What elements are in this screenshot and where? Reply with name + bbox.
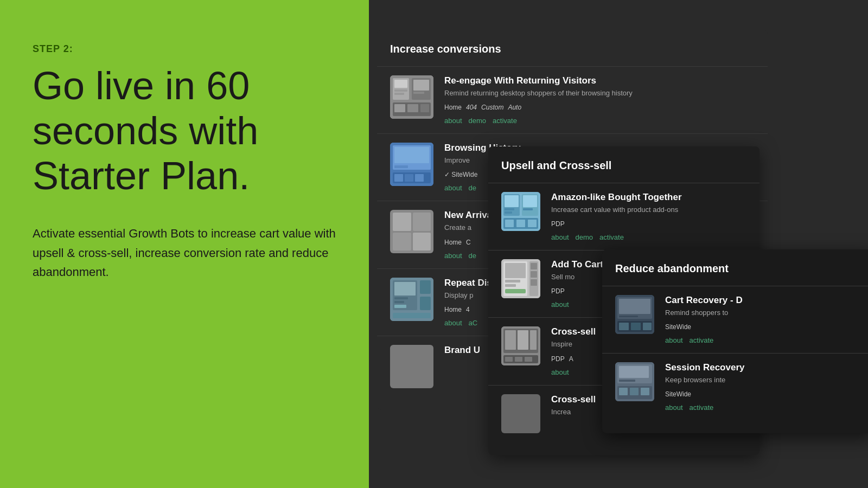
tag-pdp-amazon: PDP bbox=[551, 220, 565, 228]
link-activate-reengage[interactable]: activate bbox=[493, 117, 517, 125]
svg-rect-74 bbox=[630, 388, 639, 395]
bot-links-amazon: about demo activate bbox=[551, 233, 746, 241]
abandon-title: Reduce abandonment bbox=[602, 262, 868, 286]
svg-rect-59 bbox=[525, 357, 532, 362]
bot-item-cartrecovery: Cart Recovery - D Remind shoppers to Sit… bbox=[602, 286, 868, 353]
svg-rect-65 bbox=[619, 323, 629, 330]
bot-thumb-cartrecovery bbox=[615, 295, 654, 334]
tag-404: 404 bbox=[466, 104, 477, 111]
link-about-amazon[interactable]: about bbox=[551, 233, 569, 241]
link-about-cartrecovery[interactable]: about bbox=[665, 336, 683, 344]
bot-links-cartrecovery: about activate bbox=[665, 336, 860, 344]
bot-tags-sessionrecovery: SiteWide bbox=[665, 390, 860, 398]
link-about-repeat[interactable]: about bbox=[444, 319, 462, 327]
link-about-crosssell[interactable]: about bbox=[551, 368, 569, 376]
svg-rect-67 bbox=[643, 323, 652, 330]
link-demo-reengage[interactable]: demo bbox=[469, 117, 487, 125]
tag-4-repeat: 4 bbox=[466, 306, 470, 313]
bot-info-sessionrecovery: Session Recovery Keep browsers inte Site… bbox=[665, 362, 860, 412]
bot-name-amazon: Amazon-like Bought Together bbox=[551, 192, 746, 203]
svg-rect-32 bbox=[505, 208, 514, 210]
svg-rect-26 bbox=[420, 280, 431, 294]
bot-thumb-browsing bbox=[390, 143, 433, 186]
tag-a-crosssell: A bbox=[569, 355, 573, 363]
svg-rect-27 bbox=[420, 297, 431, 310]
svg-rect-9 bbox=[394, 104, 405, 112]
svg-rect-54 bbox=[518, 330, 528, 350]
svg-rect-45 bbox=[505, 284, 516, 287]
bot-thumb-reengage bbox=[390, 75, 433, 119]
svg-rect-62 bbox=[619, 299, 650, 314]
link-ac-repeat[interactable]: aC bbox=[469, 319, 478, 327]
svg-rect-58 bbox=[515, 357, 522, 362]
tag-home-repeat: Home bbox=[444, 306, 462, 313]
bot-info-cartrecovery: Cart Recovery - D Remind shoppers to Sit… bbox=[665, 295, 860, 344]
bot-desc-amazon: Increase cart value with product add-ons bbox=[551, 205, 746, 215]
svg-rect-24 bbox=[394, 301, 404, 303]
svg-rect-44 bbox=[505, 280, 520, 282]
bot-tags-cartrecovery: SiteWide bbox=[665, 323, 860, 331]
svg-rect-10 bbox=[407, 104, 418, 112]
link-about-addtocart[interactable]: about bbox=[551, 300, 569, 309]
bot-info-reengage: Re-engage With Returning Visitors Remind… bbox=[444, 75, 755, 125]
svg-rect-46 bbox=[505, 289, 526, 293]
svg-rect-73 bbox=[619, 388, 628, 395]
svg-rect-2 bbox=[394, 80, 407, 88]
bot-name-reengage: Re-engage With Returning Visitors bbox=[444, 75, 755, 86]
svg-rect-7 bbox=[413, 92, 424, 94]
bot-item-sessionrecovery: Session Recovery Keep browsers inte Site… bbox=[602, 353, 868, 420]
bot-thumb-repeat bbox=[390, 278, 433, 321]
bot-thumb-amazon bbox=[501, 192, 540, 231]
bot-links-reengage: about demo activate bbox=[444, 117, 755, 125]
link-activate-cartrecovery[interactable]: activate bbox=[690, 336, 714, 344]
link-de-browsing[interactable]: de bbox=[469, 184, 476, 192]
tag-sitewide-sr: SiteWide bbox=[665, 390, 691, 398]
tag-pdp-crosssell: PDP bbox=[551, 355, 565, 363]
link-about-newarr[interactable]: about bbox=[444, 252, 462, 260]
bot-tags-amazon: PDP bbox=[551, 220, 746, 228]
bot-links-sessionrecovery: about activate bbox=[665, 403, 860, 412]
svg-rect-11 bbox=[420, 104, 429, 112]
svg-rect-33 bbox=[505, 211, 512, 214]
svg-rect-17 bbox=[394, 174, 403, 182]
bot-thumb-brandu bbox=[390, 345, 433, 388]
link-de-newarr[interactable]: de bbox=[469, 252, 476, 260]
svg-rect-50 bbox=[531, 279, 537, 286]
svg-rect-57 bbox=[505, 357, 513, 362]
svg-rect-43 bbox=[505, 263, 526, 278]
svg-rect-63 bbox=[619, 316, 638, 317]
svg-rect-3 bbox=[394, 89, 407, 92]
conversions-title: Increase conversions bbox=[377, 43, 768, 66]
bot-item-reengage: Re-engage With Returning Visitors Remind… bbox=[377, 66, 768, 133]
bot-thumb-crosssell bbox=[501, 326, 540, 365]
bot-tags-reengage: Home 404 Custom Auto bbox=[444, 104, 755, 111]
svg-rect-75 bbox=[641, 388, 649, 395]
tag-custom: Custom bbox=[481, 104, 503, 111]
svg-rect-23 bbox=[394, 297, 408, 299]
panel-abandon: Reduce abandonment Cart Recovery - D Rem… bbox=[602, 249, 868, 433]
link-activate-sessionrecovery[interactable]: activate bbox=[690, 403, 714, 412]
bot-desc-sessionrecovery: Keep browsers inte bbox=[665, 375, 860, 385]
bot-name-sessionrecovery: Session Recovery bbox=[665, 362, 860, 373]
tag-home: Home bbox=[444, 104, 462, 111]
tag-pdp-addtocart: PDP bbox=[551, 287, 565, 295]
svg-rect-40 bbox=[528, 220, 537, 227]
svg-rect-31 bbox=[505, 195, 519, 207]
link-about-browsing[interactable]: about bbox=[444, 184, 462, 192]
svg-rect-14 bbox=[394, 147, 429, 163]
svg-rect-38 bbox=[505, 220, 514, 227]
link-activate-amazon[interactable]: activate bbox=[599, 233, 624, 241]
link-about-reengage[interactable]: about bbox=[444, 117, 462, 125]
right-panel: Increase conversions bbox=[369, 0, 868, 488]
sub-text: Activate essential Growth Bots to increa… bbox=[33, 224, 336, 281]
link-demo-amazon[interactable]: demo bbox=[576, 233, 593, 241]
bot-thumb-addtocart bbox=[501, 259, 540, 298]
left-panel: STEP 2: Go live in 60 seconds with Start… bbox=[0, 0, 369, 488]
bot-desc-cartrecovery: Remind shoppers to bbox=[665, 308, 860, 318]
tag-sitewide-cr: SiteWide bbox=[665, 323, 691, 331]
svg-rect-55 bbox=[530, 330, 537, 350]
svg-rect-39 bbox=[516, 220, 525, 227]
link-about-sessionrecovery[interactable]: about bbox=[665, 403, 683, 412]
svg-rect-6 bbox=[413, 80, 429, 91]
svg-rect-66 bbox=[631, 323, 641, 330]
